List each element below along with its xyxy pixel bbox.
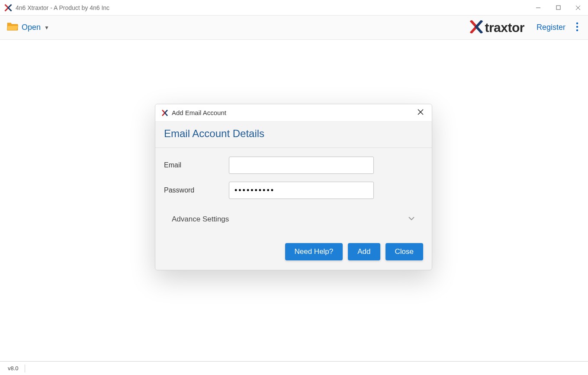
window-titlebar: 4n6 Xtraxtor - A Product by 4n6 Inc [0, 0, 588, 16]
window-maximize-button[interactable] [548, 0, 568, 16]
dialog-header: Email Account Details [155, 122, 432, 148]
more-menu-button[interactable] [573, 19, 581, 36]
password-row: Password [164, 182, 423, 199]
chevron-down-icon [408, 215, 415, 224]
svg-rect-1 [556, 6, 560, 10]
main-content: Add Email Account Email Account Details … [0, 40, 588, 361]
logo-x-icon [469, 20, 484, 35]
open-button[interactable]: Open ▼ [7, 22, 49, 33]
email-label: Email [164, 161, 229, 169]
logo-text: traxtor [485, 20, 524, 35]
password-label: Password [164, 186, 229, 194]
dropdown-chevron-icon: ▼ [44, 25, 49, 31]
close-button[interactable]: Close [386, 243, 423, 260]
main-toolbar: Open ▼ traxtor Register [0, 16, 588, 40]
advance-settings-label: Advance Settings [172, 215, 229, 224]
window-minimize-button[interactable] [528, 0, 548, 16]
app-logo-icon [4, 4, 12, 12]
svg-point-6 [576, 29, 578, 31]
dialog-close-button[interactable] [415, 107, 426, 119]
dialog-title: Add Email Account [172, 109, 226, 116]
add-email-account-dialog: Add Email Account Email Account Details … [155, 104, 432, 270]
svg-point-5 [576, 26, 578, 27]
register-link[interactable]: Register [537, 23, 566, 32]
svg-point-4 [576, 22, 578, 24]
email-row: Email [164, 157, 423, 174]
window-title: 4n6 Xtraxtor - A Product by 4n6 Inc [16, 4, 109, 11]
add-button[interactable]: Add [348, 243, 380, 260]
password-input[interactable] [229, 182, 374, 199]
dialog-titlebar: Add Email Account [155, 104, 432, 122]
statusbar-separator [25, 365, 25, 372]
dialog-actions: Need Help? Add Close [155, 237, 432, 270]
dialog-heading: Email Account Details [164, 128, 423, 140]
email-input[interactable] [229, 157, 374, 174]
need-help-button[interactable]: Need Help? [285, 243, 343, 260]
advance-settings-toggle[interactable]: Advance Settings [164, 207, 423, 228]
product-logo: traxtor [469, 20, 524, 35]
folder-icon [7, 22, 18, 33]
open-label: Open [22, 23, 41, 32]
dialog-logo-icon [161, 109, 168, 116]
status-bar: v8.0 [0, 361, 588, 375]
version-label: v8.0 [8, 365, 19, 372]
dialog-body: Email Password Advance Settings [155, 148, 432, 237]
window-close-button[interactable] [568, 0, 588, 16]
